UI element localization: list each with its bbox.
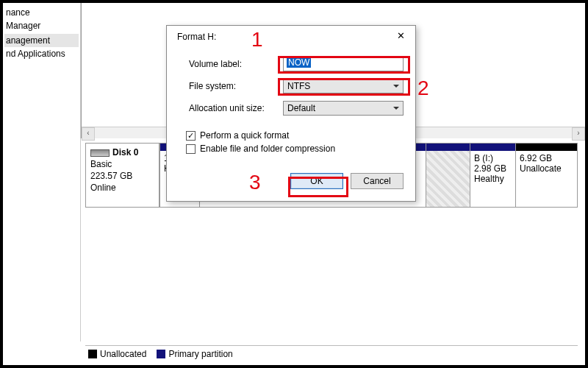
- tree-item[interactable]: Manager: [4, 19, 79, 32]
- cancel-button[interactable]: Cancel: [351, 173, 404, 189]
- quick-format-checkbox[interactable]: ✓: [186, 131, 196, 141]
- alloc-size-value: Default: [287, 103, 315, 113]
- partition-stripe: [516, 144, 577, 151]
- partition-unallocated[interactable]: 6.92 GB Unallocate: [515, 144, 577, 207]
- quick-format-label: Perform a quick format: [200, 130, 289, 141]
- legend-label: Unallocated: [100, 349, 146, 359]
- volume-label-label: Volume label:: [189, 59, 277, 69]
- tree-item-disk-management[interactable]: anagement: [4, 34, 79, 47]
- legend-swatch-unalloc: [88, 350, 97, 358]
- disk-icon: [90, 149, 110, 157]
- volume-label-input[interactable]: NOW: [283, 57, 404, 71]
- close-icon[interactable]: ✕: [393, 30, 408, 43]
- disk-header: Disk 0 Basic 223.57 GB Online: [86, 144, 159, 207]
- tree-item[interactable]: nd Applications: [4, 47, 79, 60]
- disk-status: Online: [90, 183, 116, 193]
- partition-stripe: [426, 144, 470, 151]
- legend: Unallocated Primary partition: [85, 345, 578, 362]
- alloc-size-label: Allocation unit size:: [189, 103, 277, 113]
- legend-swatch-primary: [157, 350, 165, 358]
- partition-stripe: [470, 144, 515, 151]
- tree-item[interactable]: nance: [4, 6, 79, 19]
- compression-label: Enable file and folder compression: [200, 144, 335, 154]
- compression-checkbox[interactable]: [186, 144, 196, 154]
- format-dialog: Format H: ✕ Volume label: NOW File syste…: [166, 25, 416, 202]
- file-system-select[interactable]: NTFS: [283, 79, 404, 93]
- disk-name: Disk 0: [112, 147, 138, 158]
- volume-label-value: NOW: [287, 57, 311, 68]
- file-system-value: NTFS: [287, 81, 310, 91]
- nav-tree: nance Manager anagement nd Applications: [3, 3, 81, 342]
- alloc-size-select[interactable]: Default: [283, 101, 404, 116]
- disk-size: 223.57 GB: [90, 171, 132, 181]
- file-system-label: File system:: [189, 81, 277, 91]
- dialog-title: Format H:: [177, 32, 216, 42]
- partition-b-i[interactable]: B (I:) 2.98 GB Healthy: [470, 144, 515, 207]
- ok-button[interactable]: OK: [290, 173, 343, 189]
- disk-type: Basic: [90, 159, 112, 169]
- partition[interactable]: [426, 144, 470, 207]
- legend-label: Primary partition: [168, 349, 232, 359]
